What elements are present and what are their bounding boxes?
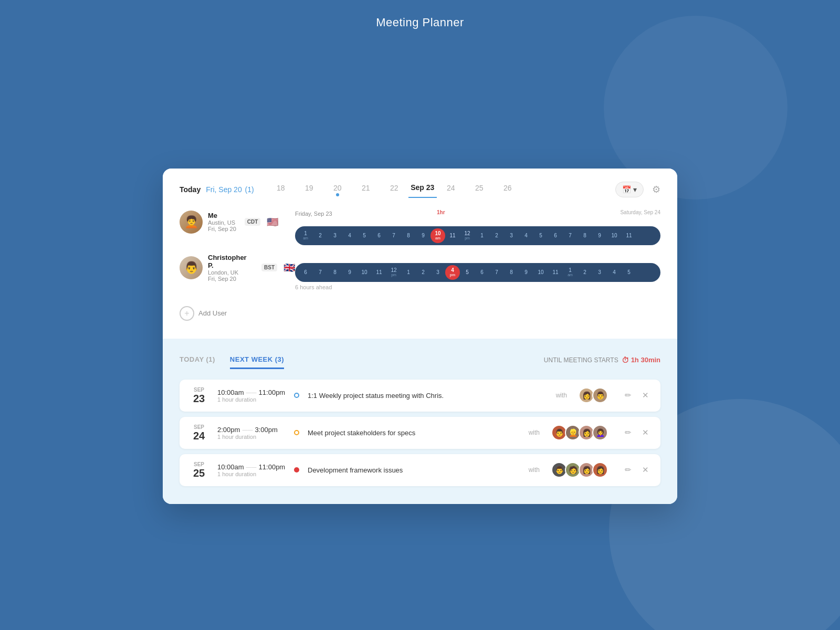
card-actions-1: ✏ ✕ [623, 388, 651, 402]
tc-7e: 7 [489, 265, 504, 280]
ts-2: 2 [313, 228, 328, 243]
avatar-chris: 👨 [180, 256, 203, 279]
user-name-chris: Christopher P. [208, 254, 253, 269]
tc-3: 3 [430, 265, 445, 280]
meeting-start-2: 2:00pm [217, 426, 240, 434]
ts-9: 9 [416, 228, 430, 243]
add-user-label: Add User [198, 309, 227, 317]
meeting-title-1: 1:1 Weekly project status meeting with C… [308, 392, 548, 400]
date-item-26[interactable]: 26 [494, 182, 522, 197]
meeting-card-3: SEP 25 10:00am —— 11:00pm 1 hour duratio… [180, 454, 660, 486]
tabs: TODAY (1) NEXT WEEK (3) UNTIL MEETING ST… [180, 351, 660, 369]
card-actions-2: ✏ ✕ [623, 426, 651, 439]
meeting-card-2: SEP 24 2:00pm —— 3:00pm 1 hour duration … [180, 417, 660, 449]
user-info-chris: 👨 Christopher P. London, UK Fri, Sep 20 … [180, 254, 295, 282]
today-date: Fri, Sep 20 (1) [205, 185, 254, 194]
avatar-me: 🧑‍🦱 [180, 211, 203, 234]
ts-10am-highlight: 10am [430, 228, 445, 243]
user-name-me: Me [208, 212, 236, 219]
ts-1am: 1am [298, 228, 313, 243]
ts-11: 11 [445, 228, 460, 243]
tc-4pm-highlight: 4pm [445, 265, 460, 280]
date-item-18[interactable]: 18 [267, 182, 295, 197]
delete-button-2[interactable]: ✕ [640, 426, 651, 439]
tc-5am: 5 [622, 265, 636, 280]
friday-label: Friday, Sep 23 [295, 211, 660, 217]
avatars-group-3: 👨 🧑 👩 👩 [551, 462, 608, 478]
add-user-icon: + [180, 306, 194, 321]
tc-6: 6 [298, 265, 313, 280]
ts-3pm: 3 [504, 228, 519, 243]
tab-next-week[interactable]: NEXT WEEK (3) [230, 351, 284, 369]
meeting-time-2: 2:00pm —— 3:00pm 1 hour duration [217, 426, 286, 440]
meeting-with-2: with [529, 429, 540, 436]
ts-2pm: 2 [489, 228, 504, 243]
timeline-bar-me: 1am 2 3 4 5 6 7 8 9 10am 11 12pm [295, 226, 660, 245]
until-time: ⏱ 1h 30min [622, 356, 660, 364]
tc-12pm: 12pm [386, 265, 401, 280]
ts-10pm: 10 [607, 228, 622, 243]
tab-today[interactable]: TODAY (1) [180, 351, 215, 369]
settings-icon[interactable]: ⚙ [652, 184, 660, 195]
timeline-chris: 6 7 8 9 10 11 12pm 1 2 3 4pm 5 6 [295, 254, 660, 290]
delete-button-3[interactable]: ✕ [640, 463, 651, 477]
meeting-day-3: 25 [193, 467, 205, 479]
user-details-me: Me Austin, US Fri, Sep 20 [208, 212, 236, 232]
date-item-25[interactable]: 25 [465, 182, 494, 197]
date-item-sep23[interactable]: Sep 23 [408, 181, 437, 198]
tc-8: 8 [328, 265, 342, 280]
user-row-chris: 👨 Christopher P. London, UK Fri, Sep 20 … [180, 254, 660, 290]
date-item-19[interactable]: 19 [295, 182, 323, 197]
meeting-duration-1: 1 hour duration [217, 396, 286, 403]
tc-1: 1 [401, 265, 416, 280]
avatars-group-1: 👩 👨 [579, 387, 608, 403]
meeting-with-1: with [556, 392, 567, 399]
calendar-button[interactable]: 📅 ▾ [615, 182, 644, 197]
user-location-chris: London, UK [208, 269, 253, 276]
ts-8: 8 [401, 228, 416, 243]
meeting-month-3: SEP [194, 461, 204, 467]
meeting-dot-2 [294, 430, 299, 435]
date-item-22[interactable]: 22 [380, 182, 408, 197]
meeting-time-1: 10:00am —— 11:00pm 1 hour duration [217, 388, 286, 403]
delete-button-1[interactable]: ✕ [640, 388, 651, 402]
one-hr-label: 1hr [437, 209, 445, 215]
tc-10e: 10 [533, 265, 548, 280]
date-item-20[interactable]: 20 [323, 182, 352, 197]
edit-button-2[interactable]: ✏ [623, 426, 634, 439]
tc-11e: 11 [548, 265, 563, 280]
ts-5pm: 5 [533, 228, 548, 243]
tc-8e: 8 [504, 265, 519, 280]
mini-avatar-1-2: 👨 [592, 387, 608, 403]
date-list: 18 19 20 21 22 Sep 23 24 25 26 [267, 181, 615, 198]
meeting-date-1: SEP 23 [189, 387, 209, 404]
tc-9: 9 [342, 265, 357, 280]
until-label: UNTIL MEETING STARTS [544, 356, 618, 364]
add-user-button[interactable]: + Add User [180, 303, 660, 324]
user-location-me: Austin, US [208, 219, 236, 226]
tc-5: 5 [460, 265, 475, 280]
time-arrow-3: —— [246, 464, 257, 470]
tc-2am: 2 [578, 265, 592, 280]
date-item-21[interactable]: 21 [352, 182, 380, 197]
ts-4: 4 [342, 228, 357, 243]
edit-button-1[interactable]: ✏ [623, 388, 634, 402]
mini-avatar-3-4: 👩 [592, 462, 608, 478]
ts-9pm: 9 [592, 228, 607, 243]
ts-8pm: 8 [578, 228, 592, 243]
time-arrow-1: —— [246, 390, 257, 395]
meeting-card-1: SEP 23 10:00am —— 11:00pm 1 hour duratio… [180, 380, 660, 412]
tc-10: 10 [357, 265, 372, 280]
meeting-month-1: SEP [194, 387, 204, 393]
date-nav: Today Fri, Sep 20 (1) 18 19 20 21 22 Sep… [180, 181, 660, 198]
meeting-day-2: 24 [193, 430, 205, 442]
edit-button-3[interactable]: ✏ [623, 463, 634, 477]
tc-1am: 1am [563, 265, 578, 280]
meeting-dot-1 [294, 393, 299, 398]
user-date-me: Fri, Sep 20 [208, 226, 236, 232]
tc-2: 2 [416, 265, 430, 280]
date-item-24[interactable]: 24 [437, 182, 465, 197]
tz-badge-me: CDT [245, 218, 261, 226]
meeting-end-2: 3:00pm [255, 426, 277, 434]
flag-me: 🇺🇸 [267, 216, 278, 228]
